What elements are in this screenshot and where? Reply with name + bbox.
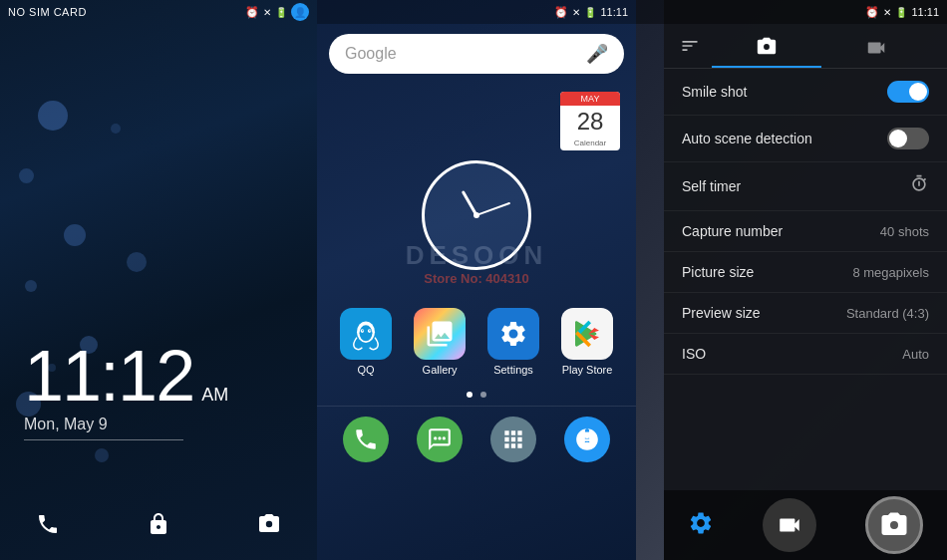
tab-video[interactable]	[821, 29, 931, 67]
calendar-label: Calendar	[560, 139, 620, 150]
alarm-icon-home: ⏰	[554, 6, 568, 19]
analog-clock-container	[317, 150, 636, 270]
setting-preview-size[interactable]: Preview size Standard (4:3)	[664, 293, 947, 334]
lock-time-container: 11:12 AM Mon, May 9	[0, 340, 317, 440]
phone-shortcut[interactable]	[28, 504, 68, 544]
lock-icon[interactable]	[139, 504, 178, 544]
picture-size-value: 8 megapixels	[852, 265, 929, 280]
calendar-month: MAY	[560, 92, 620, 106]
gallery-label: Gallery	[423, 364, 458, 376]
home-status-time: 11:11	[600, 6, 628, 18]
calendar-day: 28	[560, 106, 620, 139]
profile-icon: 👤	[291, 3, 309, 21]
setting-capture-number[interactable]: Capture number 40 shots	[664, 211, 947, 252]
camera-status-bar: ⏰ ✕ 🔋 11:11	[636, 0, 947, 24]
mic-icon[interactable]: 🎤	[586, 43, 608, 65]
qq-label: QQ	[357, 364, 374, 376]
gallery-icon	[414, 308, 466, 360]
settings-drawer: Smile shot Auto scene detection Self tim…	[664, 0, 947, 560]
settings-icon	[487, 308, 539, 360]
camera-shortcut[interactable]	[249, 504, 289, 544]
dock-phone[interactable]	[333, 417, 399, 462]
svg-point-4	[362, 330, 363, 331]
svg-point-9	[584, 431, 591, 438]
capture-number-label: Capture number	[682, 223, 783, 239]
dock-apps-icon	[490, 417, 536, 462]
svg-point-8	[443, 436, 446, 439]
sim-status: NO SIM CARD	[8, 6, 87, 18]
setting-self-timer[interactable]: Self timer	[664, 162, 947, 211]
toggle-knob-2	[889, 130, 907, 147]
dock-messages-icon	[417, 417, 463, 462]
signal-icon-home: ✕	[572, 7, 580, 18]
clock-center	[474, 212, 479, 218]
home-dock	[317, 406, 636, 472]
lock-bottom-bar	[0, 504, 317, 544]
home-apps-grid: QQ Gallery Settings	[317, 296, 636, 388]
home-status-right: ⏰ ✕ 🔋 11:11	[554, 6, 628, 19]
camera-status-right: ⏰ ✕ 🔋 11:11	[865, 6, 939, 19]
home-screen: ⏰ ✕ 🔋 11:11 Google 🎤 MAY 28 Calendar DES…	[317, 0, 636, 560]
dock-contacts-icon	[564, 417, 610, 462]
smile-shot-label: Smile shot	[682, 84, 747, 100]
alarm-icon-cam: ⏰	[865, 6, 879, 19]
preview-size-label: Preview size	[682, 305, 761, 321]
self-timer-label: Self timer	[682, 178, 741, 194]
setting-smile-shot[interactable]: Smile shot	[664, 69, 947, 116]
qq-icon	[340, 308, 392, 360]
preview-size-value: Standard (4:3)	[846, 306, 929, 321]
settings-label: Settings	[493, 364, 533, 376]
play-store-label: Play Store	[562, 364, 613, 376]
battery-icon: 🔋	[275, 7, 287, 18]
svg-point-1	[360, 325, 373, 341]
play-store-icon	[561, 308, 613, 360]
lock-screen-background	[0, 0, 317, 560]
smile-shot-toggle[interactable]	[887, 81, 929, 103]
auto-scene-label: Auto scene detection	[682, 131, 812, 146]
camera-status-time: 11:11	[911, 6, 939, 18]
auto-scene-toggle[interactable]	[887, 128, 929, 149]
google-search-bar[interactable]: Google 🎤	[329, 34, 624, 74]
iso-label: ISO	[682, 346, 706, 362]
dock-apps[interactable]	[480, 417, 546, 462]
app-settings[interactable]: Settings	[480, 308, 546, 376]
setting-iso[interactable]: ISO Auto	[664, 334, 947, 375]
dock-messages[interactable]	[407, 417, 473, 462]
google-text: Google	[345, 45, 397, 63]
battery-icon-home: 🔋	[584, 7, 596, 18]
picture-size-label: Picture size	[682, 264, 754, 280]
analog-clock	[422, 160, 531, 270]
setting-auto-scene[interactable]: Auto scene detection	[664, 116, 947, 162]
gear-button[interactable]	[688, 510, 714, 540]
watermark-store: Store No: 404310	[317, 271, 636, 286]
dot-2	[480, 392, 486, 398]
page-indicator	[317, 388, 636, 402]
dot-1	[467, 392, 473, 398]
home-status-bar: ⏰ ✕ 🔋 11:11	[317, 0, 636, 24]
app-qq[interactable]: QQ	[333, 308, 399, 376]
dock-phone-icon	[343, 417, 389, 462]
app-gallery[interactable]: Gallery	[407, 308, 473, 376]
lock-ampm: AM	[201, 385, 228, 406]
lock-status-bar: NO SIM CARD ⏰ ✕ 🔋 👤	[0, 0, 317, 24]
calendar-widget[interactable]: MAY 28 Calendar	[560, 92, 620, 150]
video-record-button[interactable]	[763, 498, 816, 552]
setting-picture-size[interactable]: Picture size 8 megapixels	[664, 252, 947, 293]
home-widgets: MAY 28 Calendar	[317, 84, 636, 150]
svg-point-5	[369, 330, 370, 331]
alarm-icon: ⏰	[245, 6, 259, 19]
signal-icon: ✕	[263, 7, 271, 18]
settings-list: Smile shot Auto scene detection Self tim…	[664, 69, 947, 560]
camera-panel: ⏰ ✕ 🔋 11:11	[636, 0, 947, 560]
tab-photo[interactable]	[712, 28, 821, 68]
filter-icon[interactable]	[680, 36, 700, 61]
lock-clock: 11:12	[24, 340, 193, 412]
signal-icon-cam: ✕	[883, 7, 891, 18]
iso-value: Auto	[902, 347, 929, 362]
svg-point-6	[434, 436, 437, 439]
app-play-store[interactable]: Play Store	[554, 308, 620, 376]
dock-contacts[interactable]	[554, 417, 620, 462]
toggle-knob	[909, 83, 927, 101]
shutter-button[interactable]	[865, 496, 923, 554]
lock-date: Mon, May 9	[24, 416, 183, 440]
